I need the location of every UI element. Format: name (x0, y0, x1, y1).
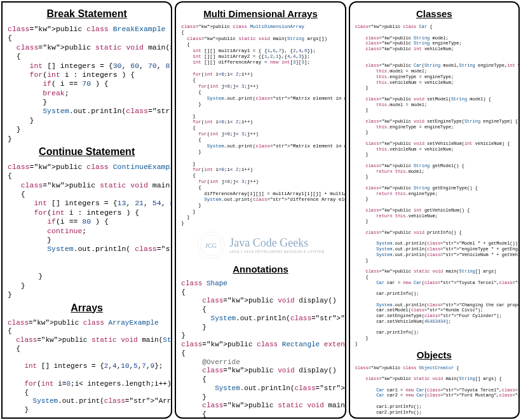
heading-classes: Classes (355, 8, 513, 19)
watermark-subtitle: JAVA 2 JAVA DEVELOPERS RESOURCE CENTER (229, 250, 324, 254)
column-multidim-annotations: Multi Dimensional Arrays class="kw">publ… (175, 1, 346, 419)
heading-multi-dimensional-arrays: Multi Dimensional Arrays (181, 8, 339, 19)
code-multidimension-array: class="kw">public class MultiDimensionAr… (181, 24, 339, 227)
code-car-class: class="kw">public class Car { class="kw"… (355, 24, 513, 347)
svg-text:JCG: JCG (205, 242, 217, 249)
heading-objects: Objects (355, 349, 513, 360)
code-object-creator: class="kw">public class ObjectCreator { … (355, 365, 513, 419)
heading-arrays: Arrays (8, 302, 166, 314)
heading-continue-statement: Continue Statement (8, 146, 166, 158)
jcg-logo-icon: JCG (196, 231, 226, 260)
column-classes-objects: Classes class="kw">public class Car { cl… (349, 1, 520, 419)
code-continue-example: class="kw">public class ContinueExample … (8, 163, 166, 300)
code-break-example: class="kw">public class BreakExample { c… (8, 25, 166, 144)
watermark-logo: JCG Java Code Geeks JAVA 2 JAVA DEVELOPE… (181, 231, 339, 260)
heading-break-statement: Break Statement (8, 8, 166, 20)
column-break-continue-arrays: Break Statement class="kw">public class … (1, 1, 172, 419)
watermark-title: Java Code Geeks (229, 236, 324, 250)
heading-annotations: Annotations (181, 264, 339, 274)
code-array-example: class="kw">public class ArrayExample { c… (8, 319, 166, 419)
code-annotations-example: class Shape { class="kw">public void dis… (181, 280, 339, 419)
